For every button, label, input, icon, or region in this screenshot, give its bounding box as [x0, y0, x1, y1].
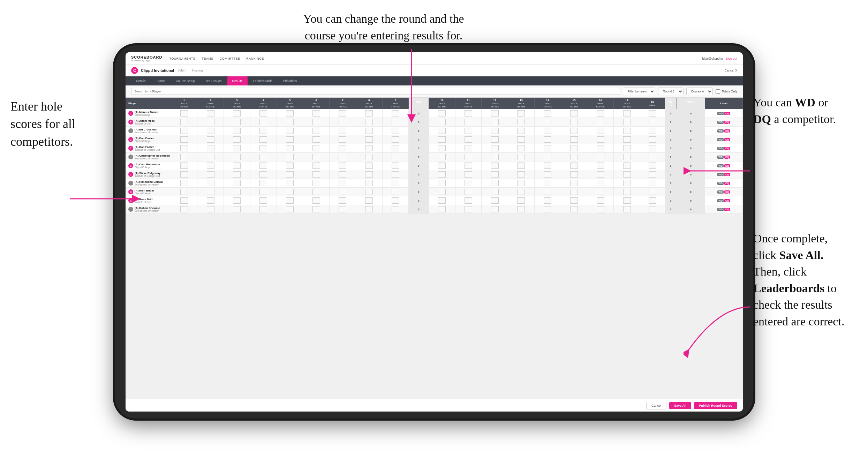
hole-17-score[interactable] [623, 128, 631, 134]
hole-12-score[interactable] [491, 180, 499, 186]
hole-17-input[interactable] [614, 188, 640, 196]
hole-2-score[interactable] [207, 154, 214, 160]
hole-13-score[interactable] [517, 136, 525, 143]
hole-4-input[interactable] [250, 153, 277, 161]
hole-10-score[interactable] [438, 145, 446, 151]
hole-14-score[interactable] [544, 180, 551, 186]
hole-12-score[interactable] [491, 136, 499, 143]
hole-8-input[interactable] [356, 153, 382, 161]
tab-details[interactable]: Details [131, 76, 151, 85]
hole-15-score[interactable] [570, 136, 578, 143]
hole-13-input[interactable] [508, 170, 535, 179]
hole-9-input[interactable] [382, 118, 409, 127]
hole-8-score[interactable] [365, 180, 373, 186]
hole-2-input[interactable] [197, 179, 224, 188]
hole-18-input[interactable] [640, 161, 665, 170]
hole-6-input[interactable] [303, 127, 330, 135]
hole-17-score[interactable] [623, 206, 631, 212]
hole-7-score[interactable] [339, 189, 346, 195]
hole-9-score[interactable] [392, 110, 399, 116]
dq-button[interactable]: DQ [724, 129, 730, 133]
hole-15-score[interactable] [570, 189, 578, 195]
hole-18-score[interactable] [649, 145, 656, 151]
hole-3-input[interactable] [224, 188, 250, 196]
hole-7-input[interactable] [330, 109, 356, 118]
hole-4-score[interactable] [259, 189, 267, 195]
hole-8-score[interactable] [365, 189, 373, 195]
hole-16-score[interactable] [597, 145, 604, 151]
hole-8-score[interactable] [365, 154, 373, 160]
hole-15-input[interactable] [561, 205, 587, 214]
wd-button[interactable]: WD [717, 164, 724, 167]
hole-3-input[interactable] [224, 170, 250, 179]
hole-7-input[interactable] [330, 127, 356, 135]
hole-7-input[interactable] [330, 188, 356, 196]
hole-1-input[interactable] [171, 179, 197, 188]
hole-14-input[interactable] [534, 153, 561, 161]
hole-13-input[interactable] [508, 205, 535, 214]
hole-10-input[interactable] [429, 205, 455, 214]
hole-4-score[interactable] [259, 110, 267, 116]
hole-12-score[interactable] [491, 145, 499, 151]
hole-11-input[interactable] [455, 170, 482, 179]
hole-12-input[interactable] [482, 109, 508, 118]
hole-2-score[interactable] [207, 180, 214, 186]
hole-8-input[interactable] [356, 144, 382, 153]
hole-5-input[interactable] [277, 161, 303, 170]
hole-13-input[interactable] [508, 127, 535, 135]
hole-5-input[interactable] [277, 170, 303, 179]
hole-4-input[interactable] [250, 196, 277, 205]
hole-11-score[interactable] [465, 136, 472, 143]
hole-17-input[interactable] [614, 109, 640, 118]
hole-14-input[interactable] [534, 127, 561, 135]
hole-13-score[interactable] [517, 197, 525, 204]
tab-printables[interactable]: Printables [278, 76, 302, 85]
hole-14-input[interactable] [534, 179, 561, 188]
hole-3-score[interactable] [233, 171, 241, 178]
hole-10-input[interactable] [429, 153, 455, 161]
hole-1-input[interactable] [171, 196, 197, 205]
hole-18-input[interactable] [640, 144, 665, 153]
hole-9-score[interactable] [392, 128, 399, 134]
hole-13-input[interactable] [508, 188, 535, 196]
hole-17-score[interactable] [623, 180, 631, 186]
hole-11-score[interactable] [465, 154, 472, 160]
hole-13-score[interactable] [517, 154, 525, 160]
hole-18-input[interactable] [640, 153, 665, 161]
hole-18-score[interactable] [649, 180, 656, 186]
hole-8-input[interactable] [356, 109, 382, 118]
hole-8-input[interactable] [356, 161, 382, 170]
dq-button[interactable]: DQ [724, 164, 730, 167]
sign-out-link[interactable]: Sign out [726, 57, 737, 60]
hole-3-score[interactable] [233, 206, 241, 212]
hole-15-input[interactable] [561, 144, 587, 153]
hole-17-input[interactable] [614, 153, 640, 161]
hole-16-score[interactable] [597, 189, 604, 195]
nav-rankings[interactable]: RANKINGS [246, 57, 264, 60]
hole-7-score[interactable] [339, 154, 346, 160]
hole-1-score[interactable] [180, 163, 188, 169]
hole-1-score[interactable] [180, 180, 188, 186]
wd-button[interactable]: WD [717, 182, 724, 185]
hole-10-input[interactable] [429, 188, 455, 196]
hole-4-score[interactable] [259, 145, 267, 151]
hole-8-score[interactable] [365, 110, 373, 116]
hole-6-score[interactable] [312, 206, 320, 212]
hole-9-score[interactable] [392, 154, 399, 160]
hole-14-score[interactable] [544, 189, 551, 195]
hole-3-score[interactable] [233, 163, 241, 169]
hole-8-input[interactable] [356, 170, 382, 179]
hole-6-score[interactable] [312, 154, 320, 160]
hole-5-input[interactable] [277, 196, 303, 205]
hole-5-score[interactable] [286, 171, 294, 178]
hole-17-score[interactable] [623, 197, 631, 204]
hole-3-score[interactable] [233, 189, 241, 195]
hole-1-input[interactable] [171, 161, 197, 170]
tab-leaderboards[interactable]: Leaderboards [248, 76, 278, 85]
hole-16-input[interactable] [587, 161, 614, 170]
hole-17-input[interactable] [614, 205, 640, 214]
hole-12-score[interactable] [491, 119, 499, 125]
hole-9-score[interactable] [392, 197, 399, 204]
hole-8-input[interactable] [356, 135, 382, 144]
hole-14-input[interactable] [534, 205, 561, 214]
